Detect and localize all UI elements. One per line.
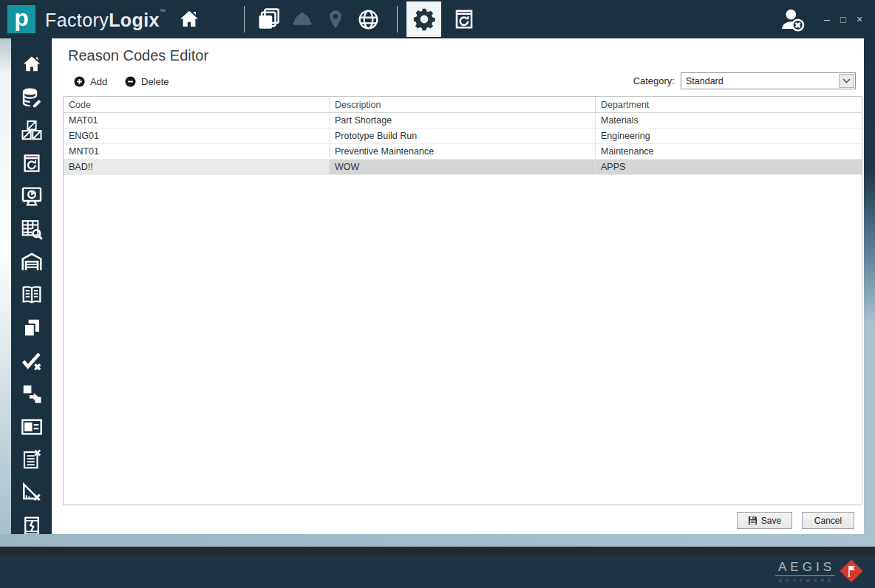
table-cell-code[interactable]: MNT01 <box>64 144 330 159</box>
database-edit-icon <box>21 86 43 109</box>
user-menu-button[interactable] <box>777 4 807 34</box>
gear-icon <box>412 7 437 32</box>
table-cell-department[interactable]: Engineering <box>596 129 862 143</box>
sidebar-item-database-backup[interactable] <box>11 147 52 180</box>
user-remove-icon <box>777 4 807 34</box>
delete-label: Delete <box>141 76 169 87</box>
page-title: Reason Codes Editor <box>68 47 208 64</box>
table-row[interactable]: MNT01Preventive MaintenanceMaintenance <box>64 144 862 160</box>
settings-button[interactable] <box>406 1 441 37</box>
top-bar: p FactoryLogix™ <box>0 0 875 38</box>
brand-light: Factory <box>45 10 109 30</box>
footer-dark-band <box>0 547 875 555</box>
globe-button[interactable] <box>352 0 385 38</box>
table-row[interactable]: MAT01Part ShortageMaterials <box>64 113 862 129</box>
sidebar-item-checklist-remove[interactable] <box>11 443 52 476</box>
save-button[interactable]: Save <box>737 512 792 529</box>
documents-icon <box>21 317 43 339</box>
database-backup-button[interactable] <box>447 0 480 38</box>
table-cell-description[interactable]: Preventive Maintenance <box>330 144 596 159</box>
table-cell-department[interactable]: Materials <box>596 113 862 128</box>
add-label: Add <box>90 76 107 87</box>
sidebar-item-documents[interactable] <box>11 312 52 345</box>
footer: AEGIS SOFTWARE <box>0 555 875 588</box>
sidebar-item-table-search[interactable] <box>11 213 52 246</box>
factorylogix-window: p FactoryLogix™ <box>0 0 875 588</box>
home-icon <box>177 8 201 30</box>
table-cell-description[interactable]: Part Shortage <box>330 113 596 128</box>
sidebar-item-material-blocks[interactable] <box>11 114 52 147</box>
bottom-window-frame <box>0 534 875 547</box>
database-backup-icon <box>452 7 476 31</box>
sidebar <box>11 38 52 534</box>
table-row[interactable]: BAD!!WOWAPPS <box>64 160 862 175</box>
warehouse-icon <box>20 250 44 274</box>
globe-icon <box>356 7 381 32</box>
sidebar-item-dashboard-monitor[interactable] <box>11 180 52 213</box>
sidebar-item-home[interactable] <box>11 48 52 81</box>
delete-button[interactable]: Delete <box>125 74 169 89</box>
grid-header: Code Description Department <box>64 97 862 113</box>
sidebar-item-database-edit[interactable] <box>11 81 52 114</box>
brand-bold: Logix <box>109 10 160 30</box>
dashboard-monitor-icon <box>20 185 44 208</box>
toolbar-divider <box>397 6 398 33</box>
open-book-icon <box>20 283 44 307</box>
aegis-brand-subtitle: SOFTWARE <box>775 578 835 583</box>
home-button[interactable] <box>177 8 201 30</box>
chevron-down-icon <box>842 78 851 83</box>
reason-codes-grid: Code Description Department MAT01Part Sh… <box>63 96 862 505</box>
sidebar-item-pass-fail[interactable] <box>11 344 52 377</box>
delete-icon <box>125 76 136 87</box>
table-cell-description[interactable]: Prototype Build Run <box>330 129 596 143</box>
add-button[interactable]: Add <box>74 74 107 89</box>
column-header-description[interactable]: Description <box>330 97 596 112</box>
brand-name: FactoryLogix™ <box>45 8 166 31</box>
sidebar-item-warehouse[interactable] <box>11 246 52 279</box>
table-row[interactable]: ENG01Prototype Build RunEngineering <box>64 129 862 144</box>
table-search-icon <box>20 217 44 241</box>
right-window-frame <box>864 38 875 547</box>
close-button[interactable]: × <box>851 8 868 30</box>
save-label: Save <box>761 516 781 526</box>
sidebar-item-id-card[interactable] <box>11 411 52 444</box>
brand-trademark: ™ <box>160 8 166 15</box>
minimize-button[interactable]: – <box>819 8 835 30</box>
sidebar-item-measure-remove[interactable] <box>11 476 52 510</box>
sidebar-item-transfer[interactable] <box>11 377 52 411</box>
table-cell-description[interactable]: WOW <box>330 160 596 174</box>
transfer-icon <box>21 383 43 405</box>
category-field: Category: Standard <box>633 72 856 89</box>
documents-button[interactable] <box>252 0 285 38</box>
category-dropdown[interactable]: Standard <box>681 72 856 89</box>
aegis-logo: AEGIS SOFTWARE <box>775 559 863 583</box>
ruler-x-icon <box>20 481 44 505</box>
cancel-button[interactable]: Cancel <box>802 512 854 529</box>
home-icon <box>21 54 43 75</box>
table-cell-code[interactable]: MAT01 <box>64 113 330 128</box>
id-card-icon <box>20 415 44 439</box>
table-cell-department[interactable]: Maintenance <box>596 144 862 159</box>
check-x-icon <box>20 349 44 373</box>
cancel-label: Cancel <box>814 516 842 526</box>
aegis-diamond-icon <box>840 559 863 583</box>
table-cell-department[interactable]: APPS <box>596 160 862 174</box>
sidebar-item-open-book[interactable] <box>11 278 52 312</box>
category-value: Standard <box>681 73 838 89</box>
table-cell-code[interactable]: ENG01 <box>64 129 330 143</box>
hardhat-button[interactable] <box>285 0 319 38</box>
add-icon <box>74 76 85 87</box>
column-header-code[interactable]: Code <box>64 97 330 112</box>
hardhat-icon <box>290 7 314 31</box>
save-icon <box>748 516 757 525</box>
documents-icon <box>256 7 282 32</box>
column-header-department[interactable]: Department <box>596 97 862 112</box>
category-dropdown-button[interactable] <box>839 74 854 88</box>
app-logo-letter: p <box>14 6 29 30</box>
category-label: Category: <box>633 75 675 86</box>
maximize-button[interactable]: □ <box>835 8 851 30</box>
table-cell-code[interactable]: BAD!! <box>64 160 330 174</box>
aegis-brand-name: AEGIS <box>775 560 835 576</box>
location-pin-icon <box>324 8 347 30</box>
location-pin-button[interactable] <box>319 0 352 38</box>
